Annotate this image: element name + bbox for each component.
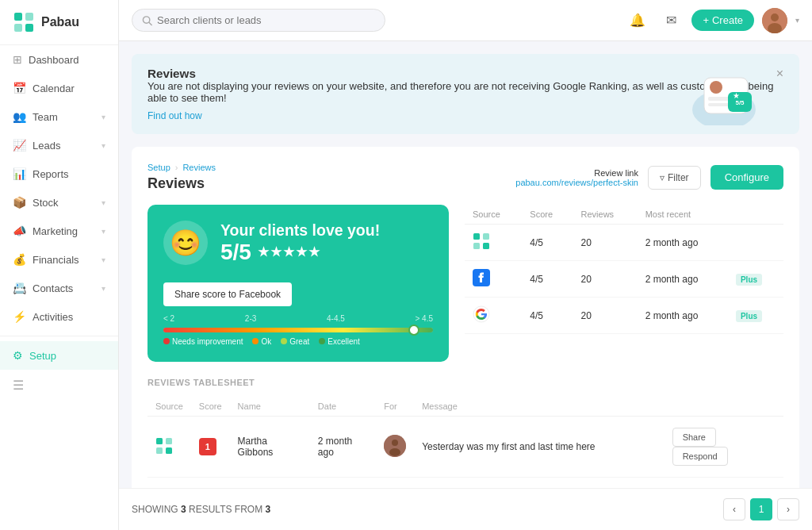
avatar-image [762,8,787,33]
result-count: 3 [181,504,186,515]
sidebar-label-team: Team [33,111,58,123]
banner-illustration: 5/5 ★ [657,62,760,128]
svg-rect-17 [473,233,480,240]
sidebar-label-stock: Stock [33,197,59,209]
create-button[interactable]: + Create [691,10,754,31]
sidebar-item-activities[interactable]: ⚡ Activities [0,302,118,331]
sidebar-item-setup[interactable]: ⚙ Setup [0,341,118,370]
sidebar-nav: ⊞ Dashboard 📅 Calendar 👥 Team ▾ 📈 [0,45,118,401]
financials-chevron-icon: ▾ [102,255,105,264]
sidebar-item-financials[interactable]: 💰 Financials ▾ [0,245,118,274]
sidebar-label-reports: Reports [33,168,69,180]
source-google-recent: 2 month ago [638,298,728,334]
sidebar-divider [0,336,118,336]
breadcrumb-reviews: Reviews [182,163,216,172]
svg-rect-2 [14,24,22,32]
mail-icon[interactable]: ✉ [658,8,684,33]
sidebar-menu-icon[interactable]: ☰ [0,370,118,401]
svg-rect-19 [473,243,480,249]
review-row-1: 1 Martha Gibbons 2 month ago Yesterday w… [147,417,783,478]
reviews-table-header-row: Source Score Name Date For Message [147,397,783,417]
reviews-col-source: Source [147,397,191,417]
contacts-chevron-icon: ▾ [102,284,105,293]
share-button-1[interactable]: Share [672,428,716,447]
sidebar-item-marketing[interactable]: 📣 Marketing ▾ [0,217,118,245]
review-1-avatar [376,417,414,478]
configure-button[interactable]: Configure [710,165,783,190]
sidebar-item-reports[interactable]: 📊 Reports [0,159,118,188]
legend-excellent: Excellent [319,337,360,346]
source-google-reviews: 20 [573,298,638,334]
reviews-banner: Reviews You are not displaying your revi… [132,54,799,134]
col-actions [728,205,783,225]
col-source: Source [465,205,522,225]
prev-page-button[interactable]: ‹ [723,498,745,520]
pagination-bar: SHOWING 3 RESULTS FROM 3 ‹ 1 › [119,488,812,530]
sidebar-item-stock[interactable]: 📦 Stock ▾ [0,188,118,217]
score-bar-marker [408,325,419,336]
label-lt2: < 2 [163,314,174,323]
source-fb-plus: Plus [728,261,783,298]
sidebar-item-contacts[interactable]: 📇 Contacts ▾ [0,274,118,302]
svg-rect-18 [483,233,489,240]
svg-rect-1 [25,13,33,21]
current-page-button[interactable]: 1 [750,498,772,520]
filter-button[interactable]: ▿ Filter [648,166,701,190]
showing-prefix: SHOWING [132,504,181,515]
review-2-date: 2 month ago [310,478,376,489]
score-bar-fill [163,328,433,332]
review-2-name: Martha Gibbons [230,478,310,489]
share-score-button[interactable]: Share score to Facebook [163,282,292,306]
calendar-icon: 📅 [13,82,26,94]
activities-icon: ⚡ [13,310,26,323]
review-2-score: 3 [191,478,230,489]
svg-rect-0 [14,13,22,21]
user-avatar[interactable] [762,8,787,33]
score-section: 😊 Your clients love you! 5/5 ★★★★★ Share… [147,205,783,362]
create-label: Create [712,14,743,26]
leads-chevron-icon: ▾ [102,141,105,150]
search-bar[interactable] [132,9,385,32]
reviews-title-block: Setup › Reviews Reviews [147,163,216,192]
next-page-button[interactable]: › [777,498,799,520]
breadcrumb-setup[interactable]: Setup [147,163,170,172]
contacts-icon: 📇 [13,282,26,294]
avatar-chevron-icon[interactable]: ▾ [795,16,799,25]
leads-icon: 📈 [13,139,26,152]
score-bar: < 2 2-3 4-4.5 > 4.5 Needs improvement [163,314,433,346]
financials-icon: 💰 [13,253,26,266]
team-chevron-icon: ▾ [102,113,105,121]
review-row-2: 3 Martha Gibbons 2 month ago The worst p… [147,478,783,489]
label-445: 4-4.5 [327,314,345,323]
col-score: Score [522,205,573,225]
svg-rect-24 [166,438,172,444]
sidebar-item-team[interactable]: 👥 Team ▾ [0,102,118,131]
source-pabau-score: 4/5 [522,225,573,261]
search-input[interactable] [157,14,375,26]
source-pabau-reviews: 20 [573,225,638,261]
legend-ok: Ok [252,337,271,346]
sidebar-item-calendar[interactable]: 📅 Calendar [0,74,118,102]
svg-rect-23 [156,438,163,444]
sidebar-item-dashboard[interactable]: ⊞ Dashboard [0,45,118,74]
respond-button-1[interactable]: Respond [672,447,728,466]
sidebar: Pabau ⊞ Dashboard 📅 Calendar 👥 Team [0,0,119,530]
review-1-actions: Share Respond [665,417,783,478]
tablesheet-label: REVIEWS TABLESHEET [147,378,783,387]
source-row-google: 4/5 20 2 month ago Plus [465,298,783,334]
review-2-message: The worst place I've been in Dublin to d… [414,478,664,489]
svg-point-7 [771,13,779,21]
notification-icon[interactable]: 🔔 [625,8,650,33]
banner-close-button[interactable]: × [776,67,783,81]
score-card-top: 😊 Your clients love you! 5/5 ★★★★★ [163,221,433,265]
sidebar-label-marketing: Marketing [33,225,78,237]
reviews-col-for: For [376,397,414,417]
sidebar-item-leads[interactable]: 📈 Leads ▾ [0,131,118,159]
app-title: Pabau [41,15,79,29]
header: 🔔 ✉ + Create ▾ [119,0,812,41]
score-stars: ★★★★★ [258,244,321,259]
source-fb-recent: 2 month ago [638,261,728,298]
svg-rect-3 [25,24,33,32]
reviews-col-message: Message [414,397,664,417]
review-link-url[interactable]: pabau.com/reviews/perfect-skin [515,178,638,187]
